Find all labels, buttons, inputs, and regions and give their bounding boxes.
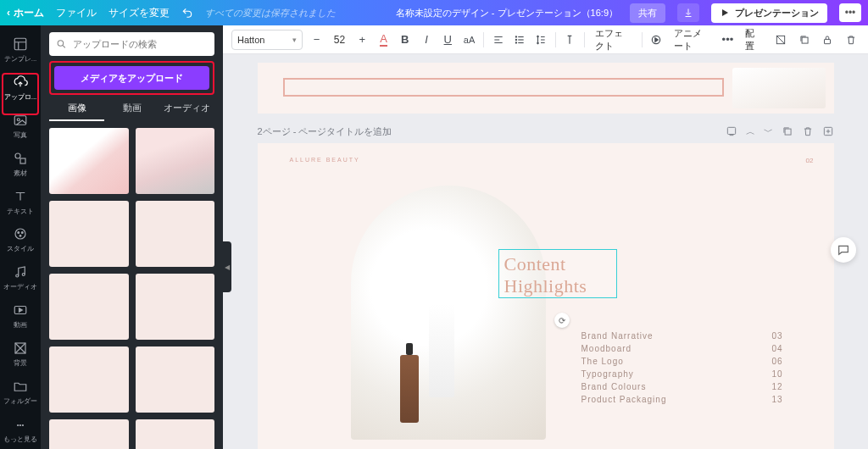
audio-icon (12, 263, 29, 280)
page-add-button[interactable] (822, 125, 834, 138)
svg-point-8 (19, 236, 21, 237)
svg-point-3 (15, 153, 20, 158)
animate-button[interactable]: アニメート (670, 27, 714, 53)
rail-more[interactable]: ••• もっと見る (0, 411, 41, 449)
element-icon (12, 150, 29, 167)
svg-point-15 (515, 39, 516, 40)
upload-thumb[interactable] (49, 419, 129, 449)
svg-rect-1 (14, 116, 26, 125)
upload-thumb[interactable] (136, 128, 215, 194)
svg-point-5 (15, 229, 25, 239)
rail-folder[interactable]: フォルダー (0, 373, 41, 411)
slide-toc[interactable]: Brand Narrative03 Moodboard04 The Logo06… (581, 330, 783, 406)
left-rail: テンプレ... アップロ... 写真 素材 テキスト スタイル オーディオ 動画… (0, 25, 41, 449)
upload-thumb[interactable] (136, 201, 215, 267)
lock-button[interactable] (819, 30, 836, 49)
style-icon (12, 225, 29, 242)
svg-point-10 (22, 274, 25, 276)
canvas-area[interactable]: 2ページ - ページタイトルを追加 ︿ ﹀ ALLURE BEAUTY 02 C… (223, 54, 868, 449)
rail-video[interactable]: 動画 (0, 297, 41, 335)
slide-image-arch[interactable] (351, 186, 546, 440)
resize-menu[interactable]: サイズを変更 (108, 6, 170, 20)
svg-rect-21 (727, 127, 735, 134)
rail-upload[interactable]: アップロ... (0, 69, 41, 107)
effects-button[interactable]: エフェクト (592, 27, 635, 53)
copy-style-button[interactable] (796, 30, 813, 49)
align-button[interactable] (491, 30, 505, 49)
underline-button[interactable]: U (441, 30, 455, 49)
rail-style[interactable]: スタイル (0, 221, 41, 259)
upload-thumb[interactable] (136, 346, 215, 413)
toc-row: The Logo06 (581, 355, 783, 368)
page-1-preview[interactable] (258, 63, 834, 114)
page-move-up-button[interactable]: ︿ (746, 125, 755, 138)
vertical-text-button[interactable] (562, 30, 576, 49)
font-select[interactable]: Hatton (231, 30, 303, 50)
uploads-panel: メディアをアップロード 画像 動画 オーディオ (41, 25, 223, 449)
rail-element[interactable]: 素材 (0, 145, 41, 183)
upload-media-button[interactable]: メディアをアップロード (54, 66, 209, 90)
page-delete-button[interactable] (802, 125, 814, 138)
font-size-value[interactable]: 52 (331, 34, 348, 46)
upload-thumb[interactable] (49, 128, 129, 194)
undo-button[interactable] (181, 7, 193, 19)
toc-row: Brand Narrative03 (581, 330, 783, 342)
page-label[interactable]: 2ページ - ページタイトルを追加 (258, 125, 392, 138)
page-2[interactable]: ALLURE BEAUTY 02 Content Highlights ⟳ Br… (258, 143, 834, 449)
upload-thumb[interactable] (49, 274, 129, 340)
page-duplicate-button[interactable] (782, 125, 793, 138)
uploads-grid (41, 128, 223, 449)
toc-row: Product Packaging13 (581, 393, 783, 406)
delete-button[interactable] (843, 30, 860, 49)
photo-icon (12, 112, 29, 129)
undo-icon (181, 7, 193, 19)
sync-icon[interactable]: ⟳ (554, 313, 570, 328)
file-menu[interactable]: ファイル (56, 6, 97, 20)
svg-point-2 (17, 119, 19, 121)
upload-thumb[interactable] (136, 274, 215, 340)
top-bar: ‹ ホーム ファイル サイズを変更 すべての変更は保存されました 名称未設定のデ… (0, 0, 868, 25)
rail-background[interactable]: 背景 (0, 335, 41, 373)
rail-text[interactable]: テキスト (0, 183, 41, 221)
upload-icon (12, 74, 29, 91)
download-icon (683, 8, 693, 18)
page-move-down-button[interactable]: ﹀ (764, 125, 773, 138)
more-menu-button[interactable]: ••• (839, 3, 861, 22)
tutorial-highlight-upload: メディアをアップロード (49, 61, 214, 95)
rail-photo[interactable]: 写真 (0, 107, 41, 145)
page-notes-button[interactable] (726, 125, 737, 138)
upload-thumb[interactable] (49, 201, 129, 267)
tab-image[interactable]: 画像 (49, 102, 104, 121)
help-button[interactable] (831, 237, 856, 263)
slide-title-textbox[interactable]: Content Highlights (498, 249, 617, 298)
rail-template[interactable]: テンプレ... (0, 30, 41, 69)
download-button[interactable] (677, 3, 699, 22)
toc-row: Brand Colours12 (581, 380, 783, 393)
template-icon (12, 36, 29, 53)
font-size-minus[interactable]: − (309, 30, 324, 49)
transparency-button[interactable] (772, 30, 789, 49)
upload-thumb[interactable] (49, 346, 129, 413)
search-input[interactable] (49, 32, 214, 56)
folder-icon (12, 378, 29, 395)
background-icon (12, 340, 29, 357)
home-button[interactable]: ‹ ホーム (7, 6, 44, 20)
spacing-button[interactable] (533, 30, 548, 49)
list-bullet-button[interactable] (512, 30, 526, 49)
upload-thumb[interactable] (136, 419, 215, 449)
italic-button[interactable]: I (419, 30, 433, 49)
share-button[interactable]: 共有 (630, 3, 665, 23)
design-title[interactable]: 名称未設定のデザイン - プレゼンテーション（16:9） (396, 7, 618, 19)
case-button[interactable]: aA (462, 30, 476, 49)
svg-rect-0 (14, 38, 26, 50)
present-button[interactable]: プレゼンテーション (711, 3, 827, 23)
tab-audio[interactable]: オーディオ (159, 102, 214, 121)
tab-video[interactable]: 動画 (104, 102, 159, 121)
upload-subtabs: 画像 動画 オーディオ (41, 102, 223, 128)
bold-button[interactable]: B (398, 30, 412, 49)
rail-audio[interactable]: オーディオ (0, 258, 41, 297)
toolbar-more-button[interactable]: ••• (721, 30, 735, 49)
font-size-plus[interactable]: + (355, 30, 370, 49)
position-button[interactable]: 配置 (742, 27, 765, 53)
text-color-button[interactable]: A (376, 30, 391, 49)
